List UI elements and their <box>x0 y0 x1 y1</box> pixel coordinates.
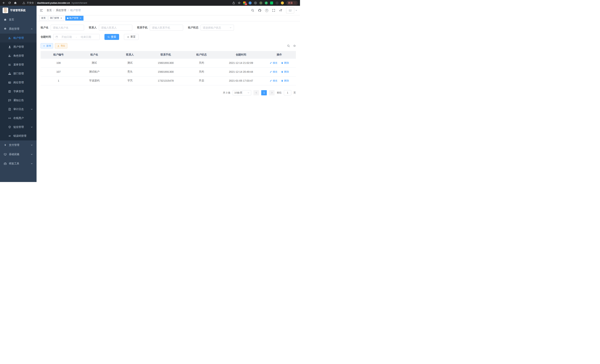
toolbox-icon <box>4 162 7 165</box>
github-icon[interactable] <box>258 9 262 12</box>
sidebar-item-label: 岗位管理 <box>13 81 24 84</box>
next-page-button[interactable] <box>269 90 275 95</box>
page-number-button[interactable]: 1 <box>261 90 267 95</box>
delete-button[interactable]: 删除 <box>281 61 289 65</box>
sidebar-item-notice[interactable]: 通知公告 <box>0 96 37 105</box>
sidebar-item-infra[interactable]: 基础设施 <box>0 150 37 159</box>
tag-home[interactable]: 首页 <box>39 16 47 21</box>
url-host: dashboard.yudao.iocoder.cn <box>37 1 70 4</box>
sidebar-item-audit-log[interactable]: 审计日志 <box>0 105 37 114</box>
add-button[interactable]: 新增 <box>41 43 53 48</box>
date-start-input[interactable] <box>59 36 74 38</box>
date-range-picker[interactable]: - <box>53 34 100 40</box>
export-button[interactable]: 导出 <box>55 43 67 48</box>
contact-field[interactable] <box>99 25 132 31</box>
trash-icon <box>281 80 283 82</box>
search-icon[interactable] <box>251 9 254 12</box>
extension-icon[interactable]: ✓ <box>265 1 268 4</box>
extension-icon[interactable] <box>249 1 252 4</box>
browser-update-button[interactable]: 更新 ⋮ <box>286 1 298 5</box>
close-icon[interactable]: × <box>79 17 82 19</box>
edit-button[interactable]: 修改 <box>270 79 278 82</box>
cell-tenant-name: 芋道源码 <box>76 76 112 85</box>
avatar-image-placeholder <box>286 8 294 13</box>
font-size-icon[interactable] <box>279 9 282 12</box>
security-label: 不安全 <box>27 1 34 5</box>
breadcrumb-item[interactable]: 系统管理 <box>56 9 66 12</box>
reset-button-label: 重置 <box>131 35 136 38</box>
reload-icon[interactable] <box>8 1 11 4</box>
sidebar-item-label: 错误码管理 <box>13 134 26 138</box>
cell-created: 2021-12-14 21:02:09 <box>219 58 263 67</box>
mobile-field[interactable] <box>150 25 183 31</box>
refresh-table-icon[interactable] <box>293 44 296 47</box>
chevron-left-icon <box>255 92 258 94</box>
sidebar-item-role[interactable]: 角色管理 <box>0 51 37 60</box>
chevron-right-icon <box>271 92 273 94</box>
goto-page-input[interactable] <box>284 90 291 95</box>
sidebar-item-pay[interactable]: ¥ 支付管理 <box>0 140 37 150</box>
extension-icon[interactable]: 10 <box>243 1 246 4</box>
navbar-tools: ? <box>251 8 297 13</box>
sidebar-item-label: 字典管理 <box>13 90 24 93</box>
tenant-name-input[interactable] <box>53 26 82 29</box>
status-select-input[interactable] <box>203 26 228 29</box>
prev-page-button[interactable] <box>253 90 259 95</box>
sidebar-toggle-icon[interactable] <box>39 9 43 12</box>
app-title: 芋道管理系统 <box>10 9 26 12</box>
sidebar-item-dept[interactable]: 部门管理 <box>0 69 37 78</box>
sidebar-item-error-code[interactable]: 错误码管理 <box>0 131 37 140</box>
edit-button[interactable]: 修改 <box>270 70 278 74</box>
sidebar-item-tenant[interactable]: 租户管理 <box>0 34 37 42</box>
date-end-input[interactable] <box>78 36 93 38</box>
contact-input[interactable] <box>101 26 130 29</box>
log-icon <box>8 108 11 111</box>
trash-icon <box>281 71 283 73</box>
sidebar-item-dict[interactable]: 字典管理 <box>0 87 37 96</box>
sidebar-item-post[interactable]: 岗位管理 <box>0 78 37 87</box>
fullscreen-icon[interactable] <box>272 9 275 12</box>
sidebar-item-system[interactable]: 系统管理 <box>0 24 37 34</box>
edit-button[interactable]: 修改 <box>270 61 278 65</box>
delete-button[interactable]: 删除 <box>281 79 289 82</box>
extension-icon[interactable] <box>254 1 257 4</box>
create-time-label: 创建时间 <box>41 35 51 38</box>
status-select[interactable] <box>201 25 234 31</box>
back-icon[interactable] <box>2 1 5 4</box>
help-icon[interactable]: ? <box>265 9 268 12</box>
user-avatar[interactable] <box>286 8 297 13</box>
bookmark-star-icon[interactable] <box>238 1 241 4</box>
chevron-down-icon <box>31 126 33 128</box>
delete-button[interactable]: 删除 <box>281 70 289 74</box>
mobile-input[interactable] <box>152 26 181 29</box>
extension-icon[interactable] <box>275 1 279 4</box>
chevron-down-icon <box>247 92 250 94</box>
sidebar-item-menu[interactable]: 菜单管理 <box>0 60 37 69</box>
address-bar[interactable]: 不安全 dashboard.yudao.iocoder.cn /system/t… <box>22 1 229 5</box>
sidebar-item-online-user[interactable]: 在线用户 <box>0 114 37 123</box>
breadcrumb-item[interactable]: 首页 <box>47 9 52 12</box>
sidebar-item-sms[interactable]: 短信管理 <box>0 123 37 131</box>
browser-chrome: 不安全 dashboard.yudao.iocoder.cn /system/t… <box>0 0 300 6</box>
extension-icon[interactable] <box>259 1 262 4</box>
sidebar-item-home[interactable]: 首页 <box>0 15 37 24</box>
sidebar-item-user[interactable]: 用户管理 <box>0 42 37 51</box>
cell-status: 关闭 <box>184 58 219 67</box>
reset-button[interactable]: 重置 <box>124 34 139 40</box>
page-size-select[interactable]: 10条/页 <box>233 90 251 95</box>
toggle-search-icon[interactable] <box>287 44 290 47</box>
tenant-name-field[interactable] <box>51 25 84 31</box>
url-path: /system/tenant <box>71 1 87 4</box>
search-button[interactable]: 搜索 <box>104 34 119 40</box>
cell-mobile: 15601691300 <box>148 58 184 67</box>
sidebar-item-dev-tool[interactable]: 研发工具 <box>0 159 37 168</box>
extension-icon[interactable] <box>270 1 273 4</box>
tag-tenant[interactable]: 租户管理 × <box>65 16 84 21</box>
close-icon[interactable]: × <box>60 17 63 19</box>
sidebar-item-label: 短信管理 <box>13 125 24 129</box>
share-icon[interactable] <box>232 1 235 4</box>
sidebar-item-label: 审计日志 <box>13 108 24 111</box>
tag-dept[interactable]: 部门管理 × <box>48 16 64 21</box>
extension-icon[interactable] <box>281 1 284 4</box>
home-icon[interactable] <box>14 1 17 4</box>
